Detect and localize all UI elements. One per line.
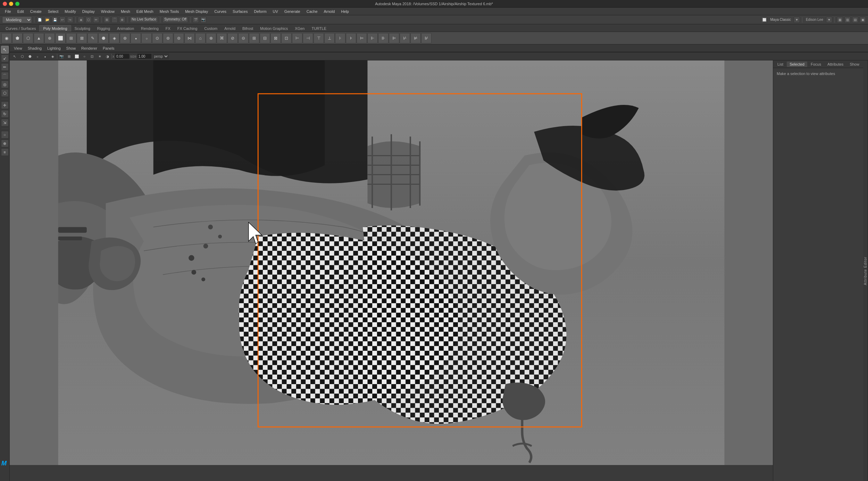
- tool-history[interactable]: ⊕: [1, 140, 9, 147]
- shelf-tab-motion-graphics[interactable]: Motion Graphics: [257, 25, 291, 32]
- shelf-icon-35[interactable]: ⊩: [367, 33, 378, 43]
- menu-edit[interactable]: Edit: [15, 9, 27, 14]
- shelf-icon-13[interactable]: ⬥: [131, 33, 141, 43]
- shelf-icon-23[interactable]: ⊝: [238, 33, 249, 43]
- vp-cam-icon[interactable]: 📷: [58, 53, 65, 60]
- shelf-icon-27[interactable]: ⊡: [281, 33, 292, 43]
- shelf-icon-14[interactable]: ⬦: [141, 33, 152, 43]
- shelf-icon-20[interactable]: ⊗: [206, 33, 216, 43]
- vp-tool-1[interactable]: ↖: [11, 53, 18, 60]
- tool-move[interactable]: ✛: [1, 101, 9, 109]
- shelf-icon-10[interactable]: ⬣: [98, 33, 109, 43]
- vp-tool-4[interactable]: ⬦: [34, 53, 41, 60]
- shelf-icon-3[interactable]: ⬡: [23, 33, 33, 43]
- shelf-icon-9[interactable]: ✎: [87, 33, 98, 43]
- shelf-icon-32[interactable]: ⊦: [335, 33, 345, 43]
- snap-grid-icon[interactable]: ⊞: [104, 17, 110, 23]
- tool-scale[interactable]: ⇲: [1, 119, 9, 126]
- shelf-tab-custom[interactable]: Custom: [201, 25, 221, 32]
- tool-curve[interactable]: ⌒: [1, 72, 9, 80]
- shelf-icon-1[interactable]: ◉: [1, 33, 12, 43]
- menu-generate[interactable]: Generate: [282, 9, 303, 14]
- shelf-tab-bifrost[interactable]: Bifrost: [239, 25, 257, 32]
- menu-arnold[interactable]: Arnold: [321, 9, 338, 14]
- save-icon[interactable]: 💾: [52, 17, 58, 23]
- new-scene-icon[interactable]: 📄: [36, 17, 43, 23]
- redo-icon[interactable]: ↪: [67, 17, 73, 23]
- panel-show[interactable]: Show: [65, 45, 77, 51]
- shelf-icon-6[interactable]: ⬜: [55, 33, 66, 43]
- menu-select[interactable]: Select: [45, 9, 61, 14]
- attr-tab-attributes[interactable]: Attributes: [825, 61, 846, 67]
- paint-icon[interactable]: ✏: [93, 17, 99, 23]
- shelf-icon-5[interactable]: ⊕: [44, 33, 55, 43]
- panel-panels[interactable]: Panels: [101, 45, 116, 51]
- shelf-icon-11[interactable]: ◈: [109, 33, 119, 43]
- shelf-icon-12[interactable]: ⊛: [120, 33, 130, 43]
- shelf-icon-38[interactable]: ⊬: [400, 33, 410, 43]
- shelf-icon-34[interactable]: ⊨: [357, 33, 367, 43]
- select-icon[interactable]: ◈: [78, 17, 84, 23]
- open-icon[interactable]: 📂: [44, 17, 50, 23]
- menu-window[interactable]: Window: [98, 9, 117, 14]
- snap-curve-icon[interactable]: ⌒: [111, 17, 118, 23]
- shelf-tab-animation[interactable]: Animation: [114, 25, 137, 32]
- menu-deform[interactable]: Deform: [251, 9, 269, 14]
- menu-file[interactable]: File: [2, 9, 14, 14]
- vp-smooth-icon[interactable]: ○: [81, 53, 88, 60]
- shelf-tab-rigging[interactable]: Rigging: [94, 25, 114, 32]
- tool-brush[interactable]: ✏: [1, 63, 9, 71]
- attribute-editor-side-label[interactable]: Attribute Editor: [863, 60, 868, 481]
- menu-modify[interactable]: Modify: [62, 9, 78, 14]
- panel-renderer[interactable]: Renderer: [80, 45, 99, 51]
- vp-grid-icon[interactable]: ⊞: [66, 53, 73, 60]
- shelf-icon-39[interactable]: ⊭: [410, 33, 421, 43]
- menu-mesh[interactable]: Mesh: [118, 9, 133, 14]
- tool-shape[interactable]: ◎: [1, 81, 9, 88]
- attr-tab-selected[interactable]: Selected: [787, 61, 807, 67]
- undo-icon[interactable]: ↩: [59, 17, 66, 23]
- layout-icon-4[interactable]: ▣: [860, 17, 866, 23]
- attr-tab-show[interactable]: Show: [847, 61, 862, 67]
- shelf-tab-poly-modeling[interactable]: Poly Modeling: [39, 25, 71, 32]
- shelf-tab-fx-caching[interactable]: FX Caching: [174, 25, 201, 32]
- lasso-icon[interactable]: ⬡: [85, 17, 92, 23]
- shelf-icon-16[interactable]: ⊚: [163, 33, 173, 43]
- tool-select[interactable]: ↖: [1, 46, 9, 53]
- snap-point-icon[interactable]: ⊕: [119, 17, 125, 23]
- tool-paint[interactable]: ↙: [1, 55, 9, 62]
- shelf-icon-33[interactable]: ⊧: [346, 33, 356, 43]
- menu-curves[interactable]: Curves: [211, 9, 229, 14]
- panel-shading[interactable]: Shading: [26, 45, 43, 51]
- menu-surfaces[interactable]: Surfaces: [230, 9, 250, 14]
- layout-icon-3[interactable]: ▤: [852, 17, 858, 23]
- menu-uv[interactable]: UV: [270, 9, 281, 14]
- shelf-icon-25[interactable]: ⊟: [260, 33, 270, 43]
- shelf-tab-rendering[interactable]: Rendering: [137, 25, 162, 32]
- shelf-icon-28[interactable]: ⊢: [292, 33, 302, 43]
- menu-help[interactable]: Help: [338, 9, 352, 14]
- minimize-button[interactable]: [9, 2, 13, 6]
- vp-camera-x[interactable]: 0.00: [115, 53, 130, 59]
- shelf-tab-xgen[interactable]: XGen: [291, 25, 308, 32]
- shelf-icon-30[interactable]: ⊤: [314, 33, 324, 43]
- menu-mesh-display[interactable]: Mesh Display: [182, 9, 211, 14]
- shelf-icon-2[interactable]: ⬟: [12, 33, 23, 43]
- shelf-icon-40[interactable]: ⊮: [421, 33, 432, 43]
- tool-extras[interactable]: ≡: [1, 148, 9, 156]
- menu-cache[interactable]: Cache: [304, 9, 320, 14]
- shelf-icon-18[interactable]: ⋈: [184, 33, 195, 43]
- shelf-icon-31[interactable]: ⊥: [324, 33, 335, 43]
- close-button[interactable]: [3, 2, 7, 6]
- attr-tab-focus[interactable]: Focus: [808, 61, 824, 67]
- vp-wireframe-icon[interactable]: ⬜: [73, 53, 80, 60]
- attr-tab-list[interactable]: List: [775, 61, 786, 67]
- vp-light-icon[interactable]: ☀: [96, 53, 103, 60]
- layout-icon-2[interactable]: ▥: [844, 17, 851, 23]
- shelf-icon-7[interactable]: ⊞: [66, 33, 76, 43]
- menu-display[interactable]: Display: [80, 9, 98, 14]
- menu-mesh-tools[interactable]: Mesh Tools: [157, 9, 182, 14]
- shelf-tab-fx[interactable]: FX: [162, 25, 174, 32]
- vp-tool-3[interactable]: ⬣: [26, 53, 33, 60]
- panel-view[interactable]: View: [12, 45, 24, 51]
